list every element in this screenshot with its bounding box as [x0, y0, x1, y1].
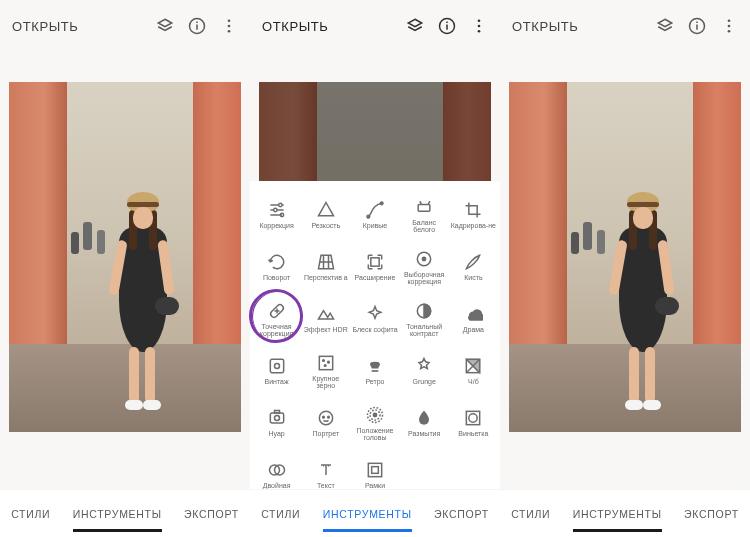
canvas-area	[0, 52, 250, 489]
svg-point-26	[322, 359, 324, 361]
svg-point-31	[274, 416, 279, 421]
tool-tune[interactable]: Коррекция	[252, 189, 301, 241]
tool-label: Крупное зерно	[303, 375, 349, 390]
tool-label: Баланс белого	[401, 219, 447, 234]
svg-rect-47	[696, 22, 698, 24]
tab-styles[interactable]: СТИЛИ	[507, 502, 554, 526]
tab-export[interactable]: ЭКСПОРТ	[430, 502, 493, 526]
tab-tools[interactable]: ИНСТРУМЕНТЫ	[69, 502, 166, 526]
tool-label: Поворот	[263, 274, 290, 281]
tool-tonal[interactable]: Тональный контраст	[400, 293, 449, 345]
tool-drama[interactable]: Драма	[449, 293, 498, 345]
tab-tools[interactable]: ИНСТРУМЕНТЫ	[319, 502, 416, 526]
tool-blur[interactable]: Размытия	[400, 397, 449, 449]
grunge-icon	[414, 356, 434, 376]
tool-expand[interactable]: Расширение	[350, 241, 399, 293]
double-icon	[267, 460, 287, 480]
bottom-nav: СТИЛИ ИНСТРУМЕНТЫ ЭКСПОРТ	[250, 489, 500, 537]
open-button[interactable]: ОТКРЫТЬ	[262, 19, 392, 34]
svg-point-13	[273, 209, 276, 212]
tool-label: Ретро	[365, 378, 384, 385]
more-icon[interactable]	[470, 17, 488, 35]
tool-healing[interactable]: Точечная коррекция	[252, 293, 301, 345]
layers-icon[interactable]	[656, 17, 674, 35]
noir-icon	[267, 408, 287, 428]
info-icon[interactable]	[688, 17, 706, 35]
bottom-nav: СТИЛИ ИНСТРУМЕНТЫ ЭКСПОРТ	[0, 489, 250, 537]
expand-icon	[365, 252, 385, 272]
screen-main-right: ОТКРЫТЬ	[500, 0, 750, 537]
svg-point-12	[278, 204, 281, 207]
bw-icon	[463, 356, 483, 376]
tool-white-bal[interactable]: Баланс белого	[400, 189, 449, 241]
tool-portrait[interactable]: Портрет	[301, 397, 350, 449]
tool-curves[interactable]: Кривые	[350, 189, 399, 241]
svg-point-4	[228, 25, 231, 28]
tool-hdr[interactable]: Эффект HDR	[301, 293, 350, 345]
canvas-area	[500, 52, 750, 489]
tool-label: Перспектив а	[304, 274, 348, 281]
svg-rect-30	[270, 413, 283, 423]
tool-label: Выборочная коррекция	[401, 271, 447, 286]
svg-point-40	[469, 414, 477, 422]
drama-icon	[463, 304, 483, 324]
tool-perspective[interactable]: Перспектив а	[301, 241, 350, 293]
tab-tools[interactable]: ИНСТРУМЕНТЫ	[569, 502, 666, 526]
vignette-icon	[463, 408, 483, 428]
frames-icon	[365, 460, 385, 480]
svg-point-5	[228, 30, 231, 33]
tool-glamour[interactable]: Блеск софита	[350, 293, 399, 345]
tool-label: Нуар	[268, 430, 284, 437]
tool-label: Ч/б	[468, 378, 479, 385]
svg-point-34	[322, 417, 324, 419]
tab-styles[interactable]: СТИЛИ	[257, 502, 304, 526]
layers-icon[interactable]	[156, 17, 174, 35]
svg-point-11	[478, 30, 481, 33]
svg-point-10	[478, 25, 481, 28]
svg-point-16	[380, 202, 383, 205]
svg-point-9	[478, 19, 481, 22]
tool-grainy[interactable]: Крупное зерно	[301, 345, 350, 397]
tool-rotate[interactable]: Поворот	[252, 241, 301, 293]
svg-rect-46	[696, 25, 698, 30]
info-icon[interactable]	[188, 17, 206, 35]
topbar: ОТКРЫТЬ	[0, 0, 250, 52]
details-icon	[316, 200, 336, 220]
tool-brush[interactable]: Кисть	[449, 241, 498, 293]
tool-label: Кривые	[363, 222, 388, 229]
tab-styles[interactable]: СТИЛИ	[7, 502, 54, 526]
tool-retrolux[interactable]: Ретро	[350, 345, 399, 397]
tab-export[interactable]: ЭКСПОРТ	[180, 502, 243, 526]
svg-point-28	[324, 364, 326, 366]
curves-icon	[365, 200, 385, 220]
tab-export[interactable]: ЭКСПОРТ	[680, 502, 743, 526]
tool-details[interactable]: Резкость	[301, 189, 350, 241]
healing-icon	[267, 301, 287, 321]
topbar: ОТКРЫТЬ	[500, 0, 750, 52]
tool-vintage[interactable]: Винтаж	[252, 345, 301, 397]
tool-label: Резкость	[311, 222, 340, 229]
svg-rect-7	[446, 25, 448, 30]
svg-point-38	[373, 413, 376, 416]
open-button[interactable]: ОТКРЫТЬ	[12, 19, 142, 34]
svg-rect-17	[418, 204, 430, 211]
more-icon[interactable]	[220, 17, 238, 35]
tool-label: Виньетка	[458, 430, 488, 437]
tool-vignette[interactable]: Виньетка	[449, 397, 498, 449]
tool-grunge[interactable]: Grunge	[400, 345, 449, 397]
tool-noir[interactable]: Нуар	[252, 397, 301, 449]
headpose-icon	[365, 405, 385, 425]
svg-point-3	[228, 19, 231, 22]
more-icon[interactable]	[720, 17, 738, 35]
tool-label: Точечная коррекция	[254, 323, 300, 338]
photo-preview[interactable]	[9, 82, 241, 432]
info-icon[interactable]	[438, 17, 456, 35]
tool-crop[interactable]: Кадрирова-не	[449, 189, 498, 241]
tool-selective[interactable]: Выборочная коррекция	[400, 241, 449, 293]
tool-headpose[interactable]: Положение головы	[350, 397, 399, 449]
layers-icon[interactable]	[406, 17, 424, 35]
open-button[interactable]: ОТКРЫТЬ	[512, 19, 642, 34]
photo-preview[interactable]	[509, 82, 741, 432]
tool-bw[interactable]: Ч/б	[449, 345, 498, 397]
svg-point-49	[728, 25, 731, 28]
